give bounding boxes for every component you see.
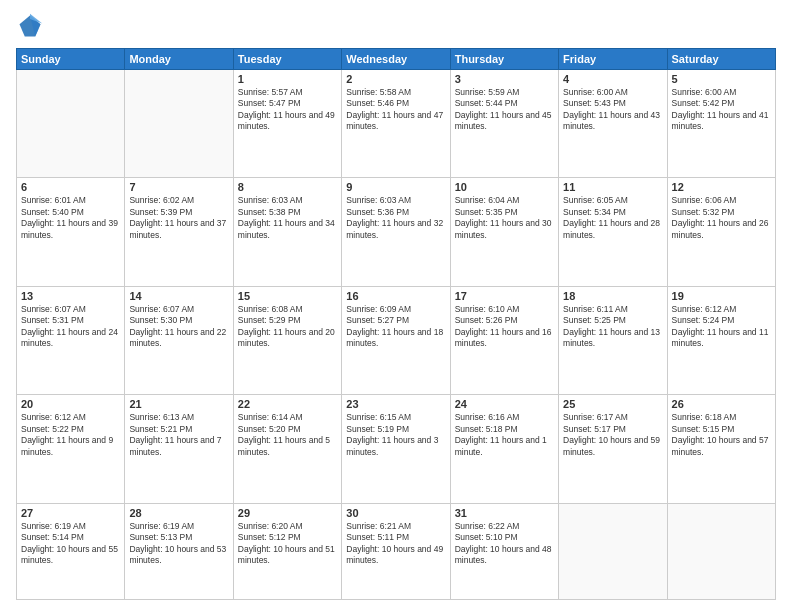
day-detail: Sunrise: 6:20 AM Sunset: 5:12 PM Dayligh… — [238, 521, 337, 567]
calendar-table: SundayMondayTuesdayWednesdayThursdayFrid… — [16, 48, 776, 600]
day-number: 17 — [455, 290, 554, 302]
day-number: 31 — [455, 507, 554, 519]
header — [16, 12, 776, 40]
calendar-cell — [667, 503, 775, 599]
day-number: 10 — [455, 181, 554, 193]
day-detail: Sunrise: 6:18 AM Sunset: 5:15 PM Dayligh… — [672, 412, 771, 458]
day-number: 19 — [672, 290, 771, 302]
logo-icon — [16, 12, 44, 40]
week-row-2: 6Sunrise: 6:01 AM Sunset: 5:40 PM Daylig… — [17, 178, 776, 286]
day-detail: Sunrise: 6:06 AM Sunset: 5:32 PM Dayligh… — [672, 195, 771, 241]
calendar-cell: 27Sunrise: 6:19 AM Sunset: 5:14 PM Dayli… — [17, 503, 125, 599]
calendar-cell: 13Sunrise: 6:07 AM Sunset: 5:31 PM Dayli… — [17, 286, 125, 394]
calendar-cell: 30Sunrise: 6:21 AM Sunset: 5:11 PM Dayli… — [342, 503, 450, 599]
day-number: 28 — [129, 507, 228, 519]
calendar-cell: 11Sunrise: 6:05 AM Sunset: 5:34 PM Dayli… — [559, 178, 667, 286]
calendar-cell: 5Sunrise: 6:00 AM Sunset: 5:42 PM Daylig… — [667, 70, 775, 178]
day-number: 18 — [563, 290, 662, 302]
day-number: 9 — [346, 181, 445, 193]
calendar-cell: 18Sunrise: 6:11 AM Sunset: 5:25 PM Dayli… — [559, 286, 667, 394]
weekday-header-friday: Friday — [559, 49, 667, 70]
day-detail: Sunrise: 6:10 AM Sunset: 5:26 PM Dayligh… — [455, 304, 554, 350]
day-detail: Sunrise: 6:03 AM Sunset: 5:36 PM Dayligh… — [346, 195, 445, 241]
day-detail: Sunrise: 6:12 AM Sunset: 5:22 PM Dayligh… — [21, 412, 120, 458]
day-number: 16 — [346, 290, 445, 302]
day-detail: Sunrise: 6:04 AM Sunset: 5:35 PM Dayligh… — [455, 195, 554, 241]
weekday-header-monday: Monday — [125, 49, 233, 70]
weekday-header-wednesday: Wednesday — [342, 49, 450, 70]
day-detail: Sunrise: 5:58 AM Sunset: 5:46 PM Dayligh… — [346, 87, 445, 133]
calendar-cell — [125, 70, 233, 178]
day-detail: Sunrise: 6:12 AM Sunset: 5:24 PM Dayligh… — [672, 304, 771, 350]
day-detail: Sunrise: 6:15 AM Sunset: 5:19 PM Dayligh… — [346, 412, 445, 458]
day-detail: Sunrise: 6:13 AM Sunset: 5:21 PM Dayligh… — [129, 412, 228, 458]
calendar-cell: 9Sunrise: 6:03 AM Sunset: 5:36 PM Daylig… — [342, 178, 450, 286]
day-number: 22 — [238, 398, 337, 410]
day-detail: Sunrise: 6:19 AM Sunset: 5:13 PM Dayligh… — [129, 521, 228, 567]
weekday-header-row: SundayMondayTuesdayWednesdayThursdayFrid… — [17, 49, 776, 70]
day-detail: Sunrise: 6:03 AM Sunset: 5:38 PM Dayligh… — [238, 195, 337, 241]
day-number: 13 — [21, 290, 120, 302]
day-detail: Sunrise: 6:07 AM Sunset: 5:31 PM Dayligh… — [21, 304, 120, 350]
day-detail: Sunrise: 6:19 AM Sunset: 5:14 PM Dayligh… — [21, 521, 120, 567]
day-number: 21 — [129, 398, 228, 410]
calendar-cell: 28Sunrise: 6:19 AM Sunset: 5:13 PM Dayli… — [125, 503, 233, 599]
week-row-5: 27Sunrise: 6:19 AM Sunset: 5:14 PM Dayli… — [17, 503, 776, 599]
day-detail: Sunrise: 6:05 AM Sunset: 5:34 PM Dayligh… — [563, 195, 662, 241]
day-number: 1 — [238, 73, 337, 85]
day-detail: Sunrise: 6:11 AM Sunset: 5:25 PM Dayligh… — [563, 304, 662, 350]
calendar-cell: 23Sunrise: 6:15 AM Sunset: 5:19 PM Dayli… — [342, 395, 450, 503]
day-detail: Sunrise: 6:07 AM Sunset: 5:30 PM Dayligh… — [129, 304, 228, 350]
calendar-cell: 20Sunrise: 6:12 AM Sunset: 5:22 PM Dayli… — [17, 395, 125, 503]
calendar-cell: 8Sunrise: 6:03 AM Sunset: 5:38 PM Daylig… — [233, 178, 341, 286]
day-detail: Sunrise: 6:21 AM Sunset: 5:11 PM Dayligh… — [346, 521, 445, 567]
day-number: 12 — [672, 181, 771, 193]
week-row-4: 20Sunrise: 6:12 AM Sunset: 5:22 PM Dayli… — [17, 395, 776, 503]
calendar-cell: 31Sunrise: 6:22 AM Sunset: 5:10 PM Dayli… — [450, 503, 558, 599]
calendar-cell: 22Sunrise: 6:14 AM Sunset: 5:20 PM Dayli… — [233, 395, 341, 503]
calendar-cell: 15Sunrise: 6:08 AM Sunset: 5:29 PM Dayli… — [233, 286, 341, 394]
calendar-cell: 16Sunrise: 6:09 AM Sunset: 5:27 PM Dayli… — [342, 286, 450, 394]
calendar-cell: 24Sunrise: 6:16 AM Sunset: 5:18 PM Dayli… — [450, 395, 558, 503]
calendar-cell: 2Sunrise: 5:58 AM Sunset: 5:46 PM Daylig… — [342, 70, 450, 178]
day-detail: Sunrise: 6:00 AM Sunset: 5:43 PM Dayligh… — [563, 87, 662, 133]
logo — [16, 12, 48, 40]
week-row-1: 1Sunrise: 5:57 AM Sunset: 5:47 PM Daylig… — [17, 70, 776, 178]
calendar-cell — [559, 503, 667, 599]
calendar-cell: 4Sunrise: 6:00 AM Sunset: 5:43 PM Daylig… — [559, 70, 667, 178]
calendar-cell: 29Sunrise: 6:20 AM Sunset: 5:12 PM Dayli… — [233, 503, 341, 599]
calendar-cell: 12Sunrise: 6:06 AM Sunset: 5:32 PM Dayli… — [667, 178, 775, 286]
day-detail: Sunrise: 5:57 AM Sunset: 5:47 PM Dayligh… — [238, 87, 337, 133]
calendar-cell: 6Sunrise: 6:01 AM Sunset: 5:40 PM Daylig… — [17, 178, 125, 286]
weekday-header-thursday: Thursday — [450, 49, 558, 70]
day-detail: Sunrise: 6:16 AM Sunset: 5:18 PM Dayligh… — [455, 412, 554, 458]
page: SundayMondayTuesdayWednesdayThursdayFrid… — [0, 0, 792, 612]
day-detail: Sunrise: 5:59 AM Sunset: 5:44 PM Dayligh… — [455, 87, 554, 133]
weekday-header-tuesday: Tuesday — [233, 49, 341, 70]
day-number: 6 — [21, 181, 120, 193]
calendar-cell: 14Sunrise: 6:07 AM Sunset: 5:30 PM Dayli… — [125, 286, 233, 394]
day-number: 11 — [563, 181, 662, 193]
day-number: 4 — [563, 73, 662, 85]
day-detail: Sunrise: 6:00 AM Sunset: 5:42 PM Dayligh… — [672, 87, 771, 133]
day-detail: Sunrise: 6:17 AM Sunset: 5:17 PM Dayligh… — [563, 412, 662, 458]
calendar-cell: 17Sunrise: 6:10 AM Sunset: 5:26 PM Dayli… — [450, 286, 558, 394]
day-detail: Sunrise: 6:08 AM Sunset: 5:29 PM Dayligh… — [238, 304, 337, 350]
weekday-header-sunday: Sunday — [17, 49, 125, 70]
calendar-cell: 21Sunrise: 6:13 AM Sunset: 5:21 PM Dayli… — [125, 395, 233, 503]
calendar-cell: 7Sunrise: 6:02 AM Sunset: 5:39 PM Daylig… — [125, 178, 233, 286]
calendar-cell: 25Sunrise: 6:17 AM Sunset: 5:17 PM Dayli… — [559, 395, 667, 503]
calendar-cell: 10Sunrise: 6:04 AM Sunset: 5:35 PM Dayli… — [450, 178, 558, 286]
day-detail: Sunrise: 6:14 AM Sunset: 5:20 PM Dayligh… — [238, 412, 337, 458]
week-row-3: 13Sunrise: 6:07 AM Sunset: 5:31 PM Dayli… — [17, 286, 776, 394]
day-number: 8 — [238, 181, 337, 193]
day-number: 29 — [238, 507, 337, 519]
day-detail: Sunrise: 6:22 AM Sunset: 5:10 PM Dayligh… — [455, 521, 554, 567]
weekday-header-saturday: Saturday — [667, 49, 775, 70]
day-detail: Sunrise: 6:09 AM Sunset: 5:27 PM Dayligh… — [346, 304, 445, 350]
day-number: 24 — [455, 398, 554, 410]
calendar-cell — [17, 70, 125, 178]
day-number: 23 — [346, 398, 445, 410]
day-number: 5 — [672, 73, 771, 85]
day-number: 14 — [129, 290, 228, 302]
